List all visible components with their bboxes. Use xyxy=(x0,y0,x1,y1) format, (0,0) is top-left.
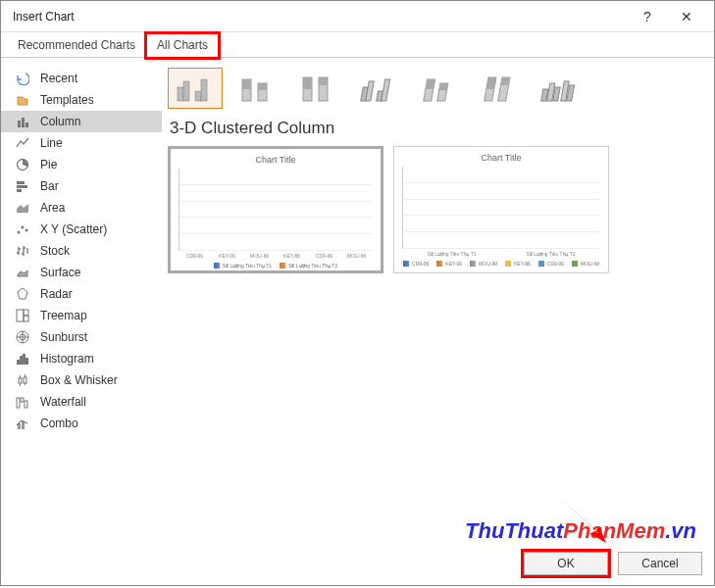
sidebar-item-line[interactable]: Line xyxy=(1,132,162,154)
waterfall-icon xyxy=(15,394,30,410)
sidebar-item-treemap[interactable]: Treemap xyxy=(1,305,162,326)
sidebar-item-radar[interactable]: Radar xyxy=(1,283,162,305)
sidebar-item-pie[interactable]: Pie xyxy=(1,154,162,175)
sidebar-item-label: Bar xyxy=(40,179,59,193)
sidebar-item-sunburst[interactable]: Sunburst xyxy=(1,326,162,348)
sidebar-item-box-whisker[interactable]: Box & Whisker xyxy=(1,369,162,391)
column-icon xyxy=(15,114,30,129)
radar-icon xyxy=(15,286,30,302)
sidebar-item-area[interactable]: Area xyxy=(1,197,162,219)
svg-rect-4 xyxy=(17,181,25,184)
sidebar-item-label: Pie xyxy=(40,158,57,172)
svg-rect-37 xyxy=(319,77,328,85)
sidebar-item-combo[interactable]: Combo xyxy=(1,413,162,434)
sidebar-item-histogram[interactable]: Histogram xyxy=(1,348,162,369)
svg-rect-39 xyxy=(366,81,375,101)
histogram-icon xyxy=(15,351,30,367)
sidebar-item-label: Line xyxy=(40,136,63,150)
help-button[interactable]: ? xyxy=(628,3,667,30)
legend-label: MOU-IM xyxy=(581,261,599,267)
subtype-3d-stacked-column-alt[interactable] xyxy=(411,68,466,109)
svg-rect-49 xyxy=(501,77,510,85)
legend-label: MOU-IM xyxy=(479,261,497,267)
cancel-button[interactable]: Cancel xyxy=(618,552,702,575)
scatter-icon xyxy=(15,221,30,237)
subtype-3d-stacked-column[interactable] xyxy=(229,68,283,109)
chart-preview-1[interactable]: Chart Title CD9-06KEY-06MOU-IMKEY-86CD9-… xyxy=(168,146,383,273)
sidebar-item-label: Treemap xyxy=(40,309,87,322)
legend-label: CD9-06 xyxy=(412,261,429,267)
svg-rect-25 xyxy=(22,421,25,429)
sidebar-item-column[interactable]: Column xyxy=(1,111,162,132)
x-label: Số Lượng Tiêu Thụ T1 xyxy=(402,251,501,257)
dialog-title: Insert Chart xyxy=(13,10,628,24)
sidebar-item-label: X Y (Scatter) xyxy=(40,222,107,236)
svg-rect-19 xyxy=(19,378,22,383)
surface-icon xyxy=(15,265,30,280)
legend-label: KEY-06 xyxy=(445,261,462,267)
svg-rect-33 xyxy=(258,83,267,90)
sidebar-item-templates[interactable]: Templates xyxy=(1,89,162,111)
sidebar-item-recent[interactable]: Recent xyxy=(1,68,162,89)
sidebar-item-label: Recent xyxy=(40,72,77,85)
svg-rect-11 xyxy=(24,310,28,316)
svg-rect-28 xyxy=(195,91,201,101)
dialog-footer: OK Cancel xyxy=(524,552,702,575)
svg-rect-26 xyxy=(178,87,183,101)
chart-previews: Chart Title CD9-06KEY-06MOU-IMKEY-86CD9-… xyxy=(168,146,700,273)
svg-point-8 xyxy=(22,226,25,229)
svg-rect-16 xyxy=(20,356,23,365)
svg-rect-18 xyxy=(26,358,28,365)
sidebar-item-surface[interactable]: Surface xyxy=(1,262,162,283)
sidebar-item-stock[interactable]: Stock xyxy=(1,240,162,262)
svg-point-9 xyxy=(26,229,28,232)
sidebar-item-label: Area xyxy=(40,201,65,215)
stock-icon xyxy=(15,243,30,259)
legend-label: Số Lượng Tiêu Thụ T1 xyxy=(223,263,272,269)
preview-1-title: Chart Title xyxy=(179,155,373,165)
svg-rect-6 xyxy=(17,189,22,192)
area-icon xyxy=(15,200,30,216)
svg-rect-1 xyxy=(22,118,25,127)
subtype-3d-column[interactable] xyxy=(533,68,587,109)
titlebar: Insert Chart ? ✕ xyxy=(1,1,714,32)
subtype-3d-clustered-column-alt[interactable] xyxy=(350,68,405,109)
svg-rect-35 xyxy=(303,77,312,89)
subtype-3d-clustered-column[interactable] xyxy=(168,68,223,109)
tab-strip: Recommended Charts All Charts xyxy=(1,32,714,58)
close-button[interactable]: ✕ xyxy=(667,3,706,30)
sidebar-item-waterfall[interactable]: Waterfall xyxy=(1,391,162,413)
box-whisker-icon xyxy=(15,372,30,388)
tab-recommended-charts[interactable]: Recommended Charts xyxy=(7,33,146,58)
sidebar-item-xy-scatter[interactable]: X Y (Scatter) xyxy=(1,219,162,240)
ok-button[interactable]: OK xyxy=(524,552,608,575)
sidebar-item-bar[interactable]: Bar xyxy=(1,175,162,197)
x-label: Số Lượng Tiêu Thụ T2 xyxy=(501,251,600,257)
sidebar-item-label: Histogram xyxy=(40,352,94,366)
sidebar-item-label: Combo xyxy=(40,416,78,430)
tab-all-charts[interactable]: All Charts xyxy=(146,33,219,58)
sidebar-item-label: Templates xyxy=(40,93,94,107)
svg-rect-2 xyxy=(26,122,28,127)
sidebar-item-label: Waterfall xyxy=(40,395,86,409)
sidebar-item-label: Surface xyxy=(40,266,80,279)
insert-chart-dialog: Insert Chart ? ✕ Recommended Charts All … xyxy=(0,0,715,586)
chart-preview-2[interactable]: Chart Title Số Lượng Tiêu Thụ T1 Số Lượn… xyxy=(393,146,609,273)
templates-icon xyxy=(15,92,30,108)
chart-content-area: 3-D Clustered Column Chart Title CD9-06K… xyxy=(162,58,714,542)
subtype-name: 3-D Clustered Column xyxy=(170,119,700,138)
subtype-3d-100-stacked-alt[interactable] xyxy=(472,68,527,109)
column-subtype-row xyxy=(168,68,700,109)
svg-rect-23 xyxy=(25,401,27,408)
preview-2-xlabels: Số Lượng Tiêu Thụ T1 Số Lượng Tiêu Thụ T… xyxy=(402,251,600,257)
svg-rect-10 xyxy=(17,310,24,321)
sidebar-item-label: Radar xyxy=(40,287,73,301)
subtype-3d-100-stacked-column[interactable] xyxy=(289,68,344,109)
svg-rect-21 xyxy=(17,398,20,408)
legend-label: CD9-06 xyxy=(547,261,564,267)
preview-1-xlabels: CD9-06KEY-06MOU-IMKEY-86CD9-06MOU-IM xyxy=(179,253,373,259)
treemap-icon xyxy=(15,308,30,323)
svg-rect-0 xyxy=(18,121,21,127)
svg-rect-17 xyxy=(23,354,26,365)
sunburst-icon xyxy=(15,329,30,345)
